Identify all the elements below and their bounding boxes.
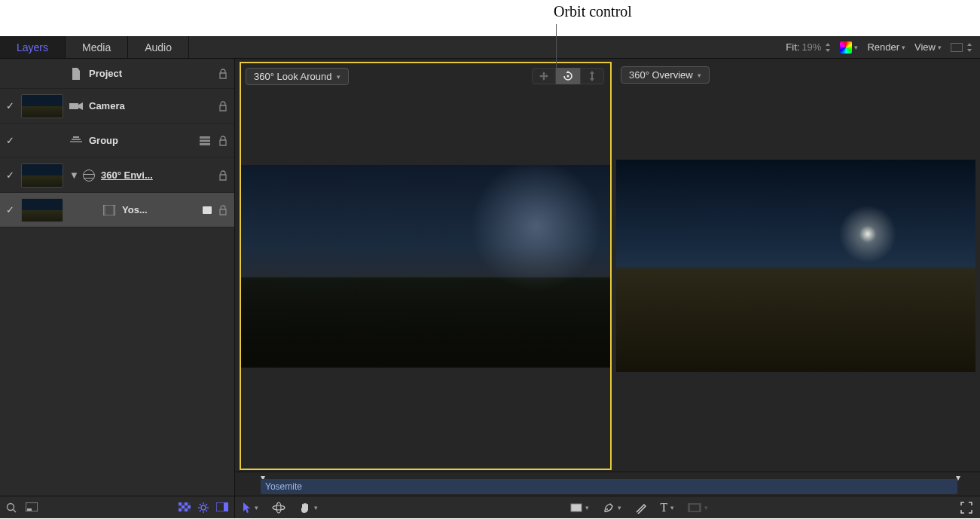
blend-mode-icon[interactable] <box>200 136 210 145</box>
chevron-down-icon: ▾ <box>670 504 674 511</box>
camera-icon <box>69 100 83 112</box>
viewport-look-around[interactable]: 360° Look Around ▾ <box>240 62 612 470</box>
visibility-checkbox[interactable]: ✓ <box>5 205 15 215</box>
paint-stroke-tool[interactable] <box>635 502 647 514</box>
svg-rect-9 <box>113 205 115 215</box>
tab-media-label: Media <box>82 41 111 53</box>
svg-rect-16 <box>185 502 188 505</box>
main-area: Project ✓ Camera <box>0 59 980 518</box>
fit-zoom-dropdown[interactable]: Fit: 19% <box>786 41 831 53</box>
thumbnail <box>21 94 63 118</box>
svg-rect-17 <box>182 505 185 508</box>
chevron-down-icon: ▾ <box>704 504 708 511</box>
lock-icon[interactable] <box>218 170 230 181</box>
top-toolbar: Layers Media Audio Fit: 19% ▾ Render ▾ V… <box>0 36 980 59</box>
fit-value: 19% <box>801 41 821 53</box>
viewport-content <box>616 62 975 470</box>
viewport-mode-dropdown-right[interactable]: 360° Overview ▾ <box>621 66 710 84</box>
gear-icon[interactable] <box>198 502 209 513</box>
group-icon <box>69 135 83 147</box>
out-point-marker[interactable]: ▾ <box>956 472 960 483</box>
mini-timeline[interactable]: ▾ Yosemite ▾ <box>235 472 980 496</box>
visibility-checkbox[interactable]: ✓ <box>5 170 15 181</box>
viewport-mode-dropdown-left[interactable]: 360° Look Around ▾ <box>246 68 349 85</box>
svg-line-11 <box>14 509 17 512</box>
chevron-down-icon: ▾ <box>585 504 589 511</box>
camera-nav-controls <box>532 68 604 84</box>
layer-label: Camera <box>89 100 212 111</box>
panel-layout-icon[interactable] <box>216 502 228 513</box>
layer-row-project[interactable]: Project <box>0 59 234 89</box>
chevron-down-icon: ▾ <box>698 72 701 79</box>
tab-media[interactable]: Media <box>66 36 128 58</box>
viewport-layout-dropdown[interactable] <box>951 43 972 52</box>
orbit-control[interactable] <box>556 68 580 84</box>
rectangle-tool[interactable]: ▾ <box>570 503 589 512</box>
view-dropdown[interactable]: View ▾ <box>914 41 942 53</box>
viewport-overview[interactable]: 360° Overview ▾ <box>616 62 975 470</box>
lock-icon[interactable] <box>218 136 230 146</box>
render-dropdown[interactable]: Render ▾ <box>867 41 905 53</box>
fullscreen-toggle[interactable] <box>960 502 972 514</box>
svg-rect-6 <box>200 143 210 145</box>
tab-layers[interactable]: Layers <box>0 36 66 58</box>
svg-rect-8 <box>103 205 105 215</box>
lock-icon[interactable] <box>218 205 230 215</box>
svg-rect-15 <box>179 502 182 505</box>
layer-row-group[interactable]: ✓ Group <box>0 124 234 158</box>
preview-image <box>241 165 610 368</box>
svg-rect-3 <box>73 136 79 138</box>
color-channels-dropdown[interactable]: ▾ <box>840 41 858 53</box>
visibility-checkbox[interactable]: ✓ <box>5 101 15 111</box>
search-icon[interactable] <box>6 502 17 513</box>
transform-3d-tool[interactable] <box>272 502 285 514</box>
lock-icon[interactable] <box>218 101 230 111</box>
panel-tabs: Layers Media Audio <box>0 36 189 58</box>
svg-rect-4 <box>200 136 210 139</box>
visibility-checkbox[interactable]: ✓ <box>5 136 15 146</box>
pen-tool[interactable]: ▾ <box>603 502 621 514</box>
timeline-clip[interactable]: Yosemite <box>261 479 957 494</box>
tab-audio-label: Audio <box>145 41 172 53</box>
pan-control[interactable] <box>532 68 556 84</box>
svg-point-33 <box>273 505 285 510</box>
canvas-bottom-toolbar: ▾ ▾ ▾ ▾ <box>235 496 980 518</box>
viewport-mode-label: 360° Look Around <box>254 71 332 82</box>
text-tool-label: T <box>661 501 668 514</box>
view-label: View <box>914 41 936 53</box>
svg-line-29 <box>206 504 207 505</box>
svg-rect-1 <box>70 141 82 142</box>
layers-sidebar: Project ✓ Camera <box>0 59 235 518</box>
svg-rect-5 <box>200 139 210 142</box>
fit-to-window-icon[interactable] <box>26 502 38 513</box>
chevron-down-icon: ▾ <box>314 504 318 511</box>
layer-row-360-environment[interactable]: ✓ ▼ 360° Envi... <box>0 158 234 193</box>
svg-point-36 <box>606 508 608 510</box>
mask-tool[interactable]: ▾ <box>688 503 708 512</box>
select-tool[interactable]: ▾ <box>243 502 258 514</box>
dolly-control[interactable] <box>580 68 604 84</box>
tab-audio[interactable]: Audio <box>128 36 189 58</box>
top-right-controls: Fit: 19% ▾ Render ▾ View ▾ <box>786 41 980 53</box>
svg-point-34 <box>276 502 281 513</box>
checker-icon[interactable] <box>179 502 191 513</box>
thumbnail <box>21 163 63 188</box>
svg-point-21 <box>201 505 206 510</box>
render-label: Render <box>867 41 899 53</box>
svg-rect-2 <box>72 139 81 140</box>
svg-rect-38 <box>690 505 699 511</box>
canvas-area: 360° Look Around ▾ <box>235 59 980 518</box>
svg-point-10 <box>8 503 14 510</box>
layer-row-clip[interactable]: ✓ Yos... <box>0 193 234 227</box>
disclosure-triangle-icon[interactable]: ▼ <box>69 169 77 181</box>
chevron-down-icon: ▾ <box>618 504 621 511</box>
chevron-down-icon: ▾ <box>902 44 905 51</box>
lock-icon[interactable] <box>218 69 230 79</box>
link-icon <box>203 206 212 214</box>
hand-tool[interactable]: ▾ <box>299 502 318 514</box>
layer-row-camera[interactable]: ✓ Camera <box>0 89 234 124</box>
svg-rect-13 <box>27 508 32 511</box>
viewports: 360° Look Around ▾ <box>235 59 980 472</box>
text-tool[interactable]: T ▾ <box>661 501 675 514</box>
svg-rect-18 <box>188 505 191 508</box>
